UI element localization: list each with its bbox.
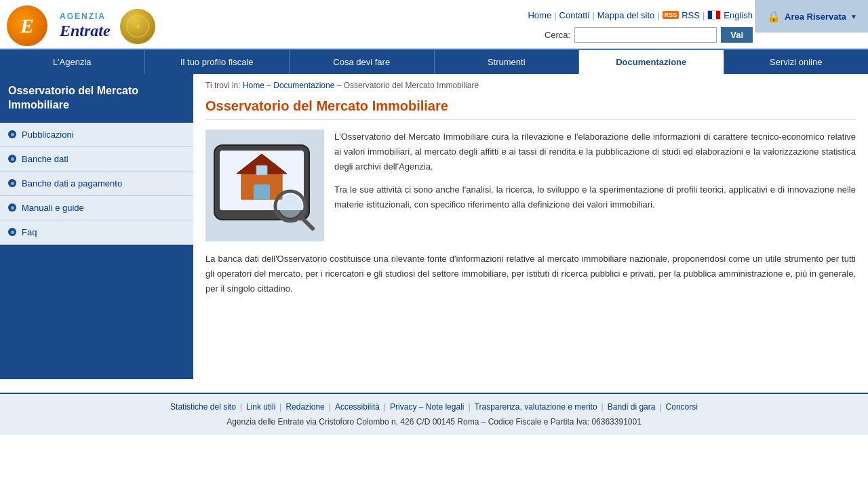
logo: E Agenzia Entrate ⚜ <box>7 4 155 48</box>
sidebar-label-banche-dati-pagamento: Banche dati a pagamento <box>22 178 122 189</box>
nav-item-agenzia[interactable]: L'Agenzia <box>0 50 145 74</box>
home-link[interactable]: Home <box>528 10 551 20</box>
nav-item-profilo[interactable]: Il tuo profilo fiscale <box>145 50 290 74</box>
area-riservata-button[interactable]: 🔒 Area Riservata ▼ <box>755 0 868 33</box>
breadcrumb-sep2: – <box>337 81 344 90</box>
article-image <box>205 130 324 241</box>
flag-icon <box>707 10 721 20</box>
sidebar-title: Osservatorio del Mercato Immobiliare <box>0 74 193 123</box>
svg-line-10 <box>301 217 313 229</box>
breadcrumb-section[interactable]: Documentazione <box>273 81 334 90</box>
article-text: L'Osservatorio del Mercato Immobiliare c… <box>334 130 856 241</box>
breadcrumb-current: Osservatorio del Mercato Immobiliare <box>344 81 479 90</box>
rss-link[interactable]: RSS <box>682 10 700 20</box>
sidebar-item-banche-dati[interactable]: Banche dati <box>0 147 193 172</box>
footer-sep: | <box>329 402 331 412</box>
footer-address: Agenzia delle Entrate via Cristoforo Col… <box>14 417 854 427</box>
area-riservata-label: Area Riservata <box>785 12 846 22</box>
sidebar-label-manuali: Manuali e guide <box>22 203 84 213</box>
bullet-icon <box>8 155 16 163</box>
content-wrapper: Osservatorio del Mercato Immobiliare Pub… <box>0 74 868 379</box>
bullet-icon <box>8 179 16 187</box>
footer-link-privacy[interactable]: Privacy – Note legali <box>390 402 464 412</box>
search-button[interactable]: Vai <box>721 27 753 43</box>
footer-sep: | <box>279 402 281 412</box>
sidebar-label-pubblicazioni: Pubblicazioni <box>22 130 74 140</box>
bullet-icon <box>8 228 16 236</box>
sidebar-item-manuali[interactable]: Manuali e guide <box>0 196 193 220</box>
sidebar-item-faq[interactable]: Faq <box>0 220 193 245</box>
contatti-link[interactable]: Contatti <box>559 10 590 20</box>
nav-item-servizi[interactable]: Servizi online <box>724 50 869 74</box>
top-links: Home | Contatti | Mappa del sito | RSS R… <box>528 10 753 20</box>
svg-rect-6 <box>254 184 270 199</box>
search-label: Cerca: <box>545 30 570 40</box>
footer-link-utili[interactable]: Link utili <box>246 402 275 412</box>
footer-link-statistiche[interactable]: Statistiche del sito <box>170 402 236 412</box>
rss-icon: RSS <box>663 11 679 19</box>
footer-sep: | <box>240 402 242 412</box>
page-title: Osservatorio del Mercato Immobiliare <box>205 98 856 120</box>
logo-agenzia-text: Agenzia <box>60 12 111 21</box>
breadcrumb-sep1: – <box>267 81 273 90</box>
svg-text:⚜: ⚜ <box>134 23 140 31</box>
footer-sep: | <box>659 402 661 412</box>
svg-point-9 <box>279 195 302 218</box>
search-bar: Cerca: Vai <box>545 27 753 43</box>
nav-item-strumenti[interactable]: Strumenti <box>435 50 580 74</box>
sidebar: Osservatorio del Mercato Immobiliare Pub… <box>0 74 193 379</box>
footer-sep: | <box>468 402 470 412</box>
chevron-down-icon: ▼ <box>850 13 857 20</box>
paragraph1: L'Osservatorio del Mercato Immobiliare c… <box>334 130 856 174</box>
search-input[interactable] <box>574 27 717 43</box>
footer-links: Statistiche del sito | Link utili | Reda… <box>14 402 854 412</box>
main-content: Ti trovi in: Home – Documentazione – Oss… <box>193 74 868 379</box>
lock-icon: 🔒 <box>767 10 781 23</box>
bullet-icon <box>8 130 16 138</box>
paragraph2: Tra le sue attività ci sono anche l'anal… <box>334 182 856 212</box>
main-nav: L'Agenzia Il tuo profilo fiscale Cosa de… <box>0 49 868 74</box>
sidebar-item-banche-dati-pagamento[interactable]: Banche dati a pagamento <box>0 172 193 196</box>
footer-sep: | <box>384 402 386 412</box>
footer-link-bandi[interactable]: Bandi di gara <box>608 402 656 412</box>
breadcrumb-prefix: Ti trovi in: <box>205 81 241 90</box>
sep1: | <box>554 10 556 20</box>
nav-item-cosa[interactable]: Cosa devi fare <box>290 50 435 74</box>
footer-link-trasparenza[interactable]: Trasparenza, valutazione e merito <box>475 402 597 412</box>
sidebar-item-pubblicazioni[interactable]: Pubblicazioni <box>0 123 193 147</box>
footer-sep: | <box>601 402 604 412</box>
nav-item-documentazione[interactable]: Documentazione <box>579 50 724 74</box>
sep3: | <box>657 10 659 20</box>
breadcrumb-home[interactable]: Home <box>243 81 264 90</box>
mappa-link[interactable]: Mappa del sito <box>597 10 655 20</box>
bottom-text: La banca dati dell'Osservatorio costitui… <box>205 252 856 296</box>
english-link[interactable]: English <box>724 10 753 20</box>
bullet-icon <box>8 203 16 212</box>
breadcrumb: Ti trovi in: Home – Documentazione – Oss… <box>205 81 856 90</box>
sep4: | <box>703 10 705 20</box>
logo-badge: ⚜ <box>120 9 155 44</box>
article-section: L'Osservatorio del Mercato Immobiliare c… <box>205 130 856 241</box>
sidebar-label-banche-dati: Banche dati <box>22 154 68 164</box>
paragraph3: La banca dati dell'Osservatorio costitui… <box>205 252 856 296</box>
footer-link-redazione[interactable]: Redazione <box>285 402 324 412</box>
logo-entrate-text: Entrate <box>60 21 111 41</box>
footer: Statistiche del sito | Link utili | Reda… <box>0 393 868 435</box>
svg-rect-7 <box>256 165 267 175</box>
sidebar-bottom-decoration <box>0 245 193 285</box>
footer-link-concorsi[interactable]: Concorsi <box>666 402 698 412</box>
sidebar-label-faq: Faq <box>22 227 37 237</box>
footer-link-accessibilita[interactable]: Accessibilità <box>335 402 380 412</box>
sep2: | <box>592 10 594 20</box>
